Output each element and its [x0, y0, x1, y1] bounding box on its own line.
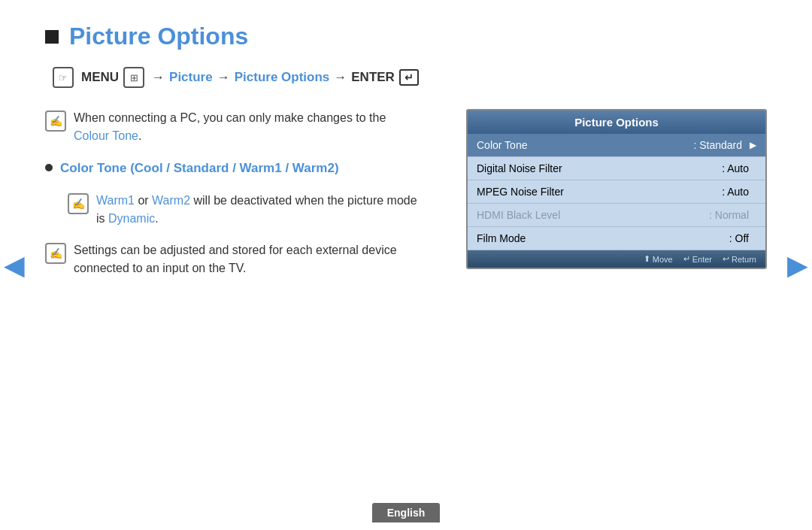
page-container: Picture Options ☞ MENU ⊞ → Picture → Pic…	[0, 0, 812, 530]
bullet-dot-icon	[45, 164, 53, 171]
move-label: Move	[653, 255, 673, 264]
colour-tone-link: Colour Tone	[74, 129, 138, 142]
language-tab[interactable]: English	[372, 503, 441, 522]
enter-icon: ↵	[683, 254, 690, 264]
tv-value-film-mode: : Off	[729, 232, 749, 244]
note-icon-1: ✍	[45, 111, 66, 132]
dynamic-link: Dynamic	[108, 212, 155, 225]
menu-enter-label: ENTER	[351, 70, 395, 85]
tv-menu-item-digital-noise[interactable]: Digital Noise Filter : Auto	[468, 157, 765, 180]
warm2-link: Warm2	[152, 194, 190, 207]
tv-label-digital-noise: Digital Noise Filter	[477, 162, 722, 174]
tv-label-mpeg-noise: MPEG Noise Filter	[477, 186, 722, 198]
menu-arrow1: →	[152, 70, 165, 85]
title-square-icon	[45, 30, 59, 44]
enter-box-icon: ↵	[399, 69, 419, 86]
tv-arrow-color-tone: ▶	[750, 140, 756, 150]
tv-footer-enter: ↵ Enter	[683, 254, 712, 264]
note-item-1: ✍ When connecting a PC, you can only mak…	[45, 109, 421, 145]
tv-menu-item-mpeg-noise[interactable]: MPEG Noise Filter : Auto	[468, 180, 765, 204]
tv-value-digital-noise: : Auto	[722, 162, 749, 174]
tv-menu-item-film-mode[interactable]: Film Mode : Off	[468, 227, 765, 250]
warm1-link: Warm1	[96, 194, 135, 207]
tv-value-color-tone: : Standard	[693, 139, 742, 151]
tv-value-hdmi-black: : Normal	[709, 209, 749, 221]
menu-arrow2: →	[217, 70, 230, 85]
tv-ui-header: Picture Options	[468, 111, 765, 134]
tv-label-film-mode: Film Mode	[477, 232, 729, 244]
note-icon-2: ✍	[68, 193, 89, 214]
tv-value-mpeg-noise: : Auto	[722, 186, 749, 198]
tv-footer: ⬆ Move ↵ Enter ↩ Return	[468, 250, 765, 268]
note-text-1: When connecting a PC, you can only make …	[74, 109, 421, 145]
left-column: ✍ When connecting a PC, you can only mak…	[45, 109, 436, 291]
tv-label-color-tone: Color Tone	[477, 139, 693, 151]
tv-label-hdmi-black: HDMI Black Level	[477, 209, 709, 221]
note-item-3: ✍ Settings can be adjusted and stored fo…	[45, 241, 421, 277]
return-icon: ↩	[723, 254, 729, 264]
bullet-item-color-tone: Color Tone (Cool / Standard / Warm1 / Wa…	[45, 159, 421, 178]
enter-footer-label: Enter	[692, 255, 712, 264]
menu-label: MENU	[81, 70, 119, 85]
title-section: Picture Options	[45, 23, 767, 50]
tv-ui-mockup: Picture Options Color Tone : Standard ▶ …	[466, 109, 767, 269]
note-text-2: Warm1 or Warm2 will be deactivated when …	[96, 192, 421, 228]
bullet-label: Color Tone (Cool / Standard / Warm1 / Wa…	[60, 159, 339, 178]
note-icon-3: ✍	[45, 243, 66, 264]
bottom-language-bar: English	[0, 503, 812, 530]
menu-step2: Picture Options	[235, 70, 330, 85]
menu-path: ☞ MENU ⊞ → Picture → Picture Options → E…	[53, 67, 767, 88]
tv-menu-list: Color Tone : Standard ▶ Digital Noise Fi…	[468, 134, 765, 250]
note-item-2: ✍ Warm1 or Warm2 will be deactivated whe…	[68, 192, 421, 228]
nav-arrow-right[interactable]: ▶	[787, 250, 808, 281]
page-title: Picture Options	[69, 23, 248, 50]
menu-arrow3: →	[334, 70, 347, 85]
nav-arrow-left[interactable]: ◀	[4, 250, 25, 281]
tv-menu-item-hdmi-black: HDMI Black Level : Normal	[468, 204, 765, 227]
note-text-3: Settings can be adjusted and stored for …	[74, 241, 421, 277]
tv-menu-item-color-tone[interactable]: Color Tone : Standard ▶	[468, 134, 765, 157]
right-column: Picture Options Color Tone : Standard ▶ …	[466, 109, 767, 291]
menu-grid-icon: ⊞	[123, 67, 144, 88]
return-label: Return	[732, 255, 756, 264]
tv-footer-move: ⬆ Move	[644, 254, 673, 264]
tv-footer-return: ↩ Return	[723, 254, 756, 264]
move-icon: ⬆	[644, 254, 650, 264]
content-area: ✍ When connecting a PC, you can only mak…	[45, 109, 767, 291]
menu-step1: Picture	[169, 70, 213, 85]
menu-remote-icon: ☞	[53, 67, 74, 88]
